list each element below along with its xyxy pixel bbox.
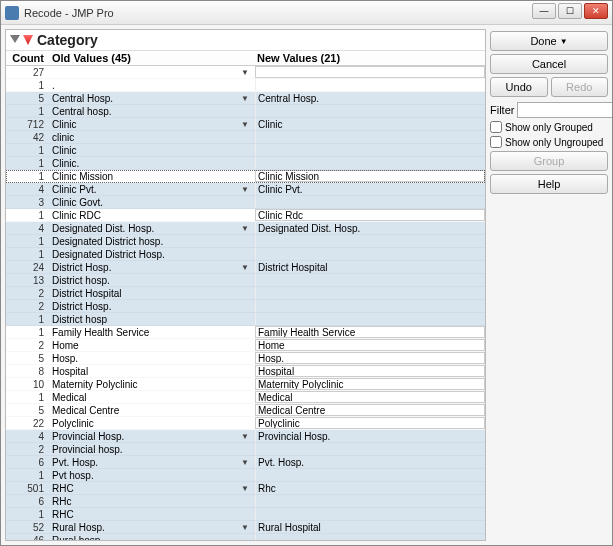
table-row[interactable]: 13District hosp. (6, 274, 485, 287)
old-value-cell[interactable]: Provincial hosp. (50, 443, 255, 455)
table-row[interactable]: 2HomeHome (6, 339, 485, 352)
group-arrow-icon[interactable]: ▼ (241, 118, 249, 130)
table-row[interactable]: 2Provincial hosp. (6, 443, 485, 456)
table-row[interactable]: 1RHC (6, 508, 485, 521)
old-value-cell[interactable]: Clinic Mission (50, 170, 255, 182)
table-row[interactable]: 5Medical CentreMedical Centre (6, 404, 485, 417)
close-button[interactable]: ✕ (584, 3, 608, 19)
new-value-cell[interactable]: Home (255, 339, 485, 351)
table-row[interactable]: 10Maternity PolyclinicMaternity Polyclin… (6, 378, 485, 391)
old-value-cell[interactable]: District Hosp. (50, 300, 255, 312)
old-value-cell[interactable]: Family Health Service (50, 326, 255, 338)
new-value-cell[interactable]: Clinic Rdc (255, 209, 485, 221)
old-value-cell[interactable]: RHc (50, 495, 255, 507)
table-row[interactable]: 1MedicalMedical (6, 391, 485, 404)
count-header[interactable]: Count (6, 52, 50, 64)
old-value-cell[interactable]: Designated District hosp. (50, 235, 255, 247)
minimize-button[interactable]: — (532, 3, 556, 19)
old-value-cell[interactable]: Hosp. (50, 352, 255, 364)
table-row[interactable]: 4Provincial Hosp.▼Provincial Hosp. (6, 430, 485, 443)
group-arrow-icon[interactable]: ▼ (241, 521, 249, 533)
table-row[interactable]: 1. (6, 79, 485, 92)
old-value-cell[interactable]: . (50, 79, 255, 91)
table-row[interactable]: 1Clinic RDCClinic Rdc (6, 209, 485, 222)
old-value-cell[interactable]: Designated District Hosp. (50, 248, 255, 260)
table-row[interactable]: 52Rural Hosp.▼Rural Hospital (6, 521, 485, 534)
table-row[interactable]: 3Clinic Govt. (6, 196, 485, 209)
group-arrow-icon[interactable]: ▼ (241, 92, 249, 104)
old-value-cell[interactable]: Maternity Polyclinic (50, 378, 255, 390)
old-value-cell[interactable]: Clinic (50, 144, 255, 156)
table-row[interactable]: 1Clinic (6, 144, 485, 157)
hotspot-icon[interactable] (23, 35, 33, 45)
old-value-cell[interactable]: District Hosp.▼ (50, 261, 255, 273)
table-row[interactable]: 5Central Hosp.▼Central Hosp. (6, 92, 485, 105)
new-values-header[interactable]: New Values (21) (255, 52, 485, 64)
old-value-cell[interactable]: District hosp. (50, 274, 255, 286)
old-value-cell[interactable]: Designated Dist. Hosp.▼ (50, 222, 255, 234)
show-grouped-row[interactable]: Show only Grouped (490, 121, 608, 133)
show-ungrouped-row[interactable]: Show only Ungrouped (490, 136, 608, 148)
show-grouped-checkbox[interactable] (490, 121, 502, 133)
maximize-button[interactable]: ☐ (558, 3, 582, 19)
old-values-header[interactable]: Old Values (45) (50, 52, 255, 64)
old-value-cell[interactable]: ▼ (50, 66, 255, 78)
old-value-cell[interactable]: RHC▼ (50, 482, 255, 494)
group-arrow-icon[interactable]: ▼ (241, 456, 249, 468)
group-arrow-icon[interactable]: ▼ (241, 482, 249, 494)
old-value-cell[interactable]: clinic (50, 131, 255, 143)
old-value-cell[interactable]: Central hosp. (50, 105, 255, 117)
table-row[interactable]: 1Clinic MissionClinic Mission (6, 170, 485, 183)
undo-button[interactable]: Undo (490, 77, 548, 97)
table-row[interactable]: 501RHC▼Rhc (6, 482, 485, 495)
new-value-cell[interactable]: Clinic Mission (255, 170, 485, 182)
old-value-cell[interactable]: Medical (50, 391, 255, 403)
table-body[interactable]: 27▼1.5Central Hosp.▼Central Hosp.1Centra… (6, 66, 485, 540)
filter-input[interactable] (517, 102, 612, 118)
group-arrow-icon[interactable]: ▼ (241, 66, 249, 78)
done-button[interactable]: Done▼ (490, 31, 608, 51)
disclosure-icon[interactable] (10, 35, 20, 45)
new-value-cell[interactable]: Hospital (255, 365, 485, 377)
table-row[interactable]: 712Clinic▼Clinic (6, 118, 485, 131)
new-value-cell[interactable]: Hosp. (255, 352, 485, 364)
table-row[interactable]: 2District Hospital (6, 287, 485, 300)
old-value-cell[interactable]: Clinic. (50, 157, 255, 169)
old-value-cell[interactable]: Medical Centre (50, 404, 255, 416)
old-value-cell[interactable]: District Hospital (50, 287, 255, 299)
group-arrow-icon[interactable]: ▼ (241, 222, 249, 234)
new-value-cell[interactable]: Medical (255, 391, 485, 403)
group-arrow-icon[interactable]: ▼ (241, 261, 249, 273)
new-value-cell[interactable]: Maternity Polyclinic (255, 378, 485, 390)
table-row[interactable]: 4Clinic Pvt.▼Clinic Pvt. (6, 183, 485, 196)
new-value-cell[interactable]: Medical Centre (255, 404, 485, 416)
old-value-cell[interactable]: Clinic▼ (50, 118, 255, 130)
old-value-cell[interactable]: District hosp (50, 313, 255, 325)
old-value-cell[interactable]: RHC (50, 508, 255, 520)
table-row[interactable]: 1Family Health ServiceFamily Health Serv… (6, 326, 485, 339)
old-value-cell[interactable]: Home (50, 339, 255, 351)
table-row[interactable]: 4Designated Dist. Hosp.▼Designated Dist.… (6, 222, 485, 235)
table-row[interactable]: 1Clinic. (6, 157, 485, 170)
table-row[interactable]: 1Pvt hosp. (6, 469, 485, 482)
table-row[interactable]: 24District Hosp.▼District Hospital (6, 261, 485, 274)
old-value-cell[interactable]: Clinic Pvt.▼ (50, 183, 255, 195)
old-value-cell[interactable]: Central Hosp.▼ (50, 92, 255, 104)
table-row[interactable]: 6RHc (6, 495, 485, 508)
table-row[interactable]: 1District hosp (6, 313, 485, 326)
old-value-cell[interactable]: Pvt hosp. (50, 469, 255, 481)
titlebar[interactable]: Recode - JMP Pro — ☐ ✕ (1, 1, 612, 25)
table-row[interactable]: 22PolyclinicPolyclinic (6, 417, 485, 430)
help-button[interactable]: Help (490, 174, 608, 194)
old-value-cell[interactable]: Rural Hosp.▼ (50, 521, 255, 533)
table-row[interactable]: 6Pvt. Hosp.▼Pvt. Hosp. (6, 456, 485, 469)
table-row[interactable]: 5Hosp.Hosp. (6, 352, 485, 365)
show-ungrouped-checkbox[interactable] (490, 136, 502, 148)
table-row[interactable]: 46Rural hosp. (6, 534, 485, 540)
table-row[interactable]: 1Designated District Hosp. (6, 248, 485, 261)
cancel-button[interactable]: Cancel (490, 54, 608, 74)
new-value-cell[interactable] (255, 66, 485, 78)
table-row[interactable]: 1Designated District hosp. (6, 235, 485, 248)
old-value-cell[interactable]: Provincial Hosp.▼ (50, 430, 255, 442)
old-value-cell[interactable]: Pvt. Hosp.▼ (50, 456, 255, 468)
